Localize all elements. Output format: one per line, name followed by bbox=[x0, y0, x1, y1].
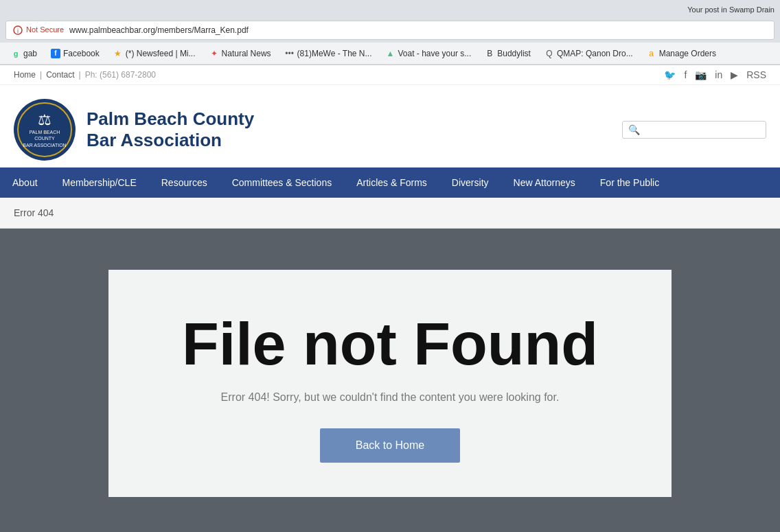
bookmark-newsfeed[interactable]: ★ (*) Newsfeed | Mi... bbox=[108, 47, 201, 60]
youtube-icon[interactable]: ▶ bbox=[731, 69, 738, 80]
back-to-home-button[interactable]: Back to Home bbox=[320, 428, 460, 463]
voat-icon: ▲ bbox=[386, 49, 395, 58]
bookmark-qmap[interactable]: Q QMAP: Qanon Dro... bbox=[539, 47, 639, 60]
facebook-icon: f bbox=[51, 49, 60, 58]
qmap-icon: Q bbox=[544, 49, 554, 58]
nav-committees[interactable]: Committees & Sections bbox=[220, 167, 345, 198]
org-name: Palm Beach County Bar Association bbox=[87, 108, 254, 151]
search-box[interactable]: 🔍 bbox=[622, 121, 766, 139]
error-description: Error 404! Sorry, but we couldn't find t… bbox=[136, 391, 644, 404]
bookmark-natural-news[interactable]: ✦ Natural News bbox=[204, 47, 277, 60]
scales-icon: ⚖ bbox=[38, 111, 51, 129]
home-link[interactable]: Home bbox=[14, 70, 36, 80]
facebook-social-icon[interactable]: f bbox=[684, 69, 687, 80]
bookmark-gab[interactable]: g gab bbox=[5, 47, 43, 60]
error-label: Error 404 bbox=[14, 207, 54, 218]
nav-about[interactable]: About bbox=[0, 167, 50, 198]
main-content: File not Found Error 404! Sorry, but we … bbox=[0, 229, 780, 532]
instagram-icon[interactable]: 📷 bbox=[695, 69, 707, 80]
bookmark-buddylist[interactable]: B Buddylist bbox=[479, 47, 536, 60]
search-input[interactable] bbox=[640, 125, 760, 135]
gab-icon: g bbox=[11, 49, 21, 58]
search-icon[interactable]: 🔍 bbox=[628, 124, 640, 135]
address-url[interactable]: www.palmbeachbar.org/members/Marra_Ken.p… bbox=[69, 25, 249, 35]
rss-icon[interactable]: RSS bbox=[746, 69, 766, 80]
nav-articles[interactable]: Articles & Forms bbox=[344, 167, 439, 198]
nav-public[interactable]: For the Public bbox=[588, 167, 672, 198]
contact-link[interactable]: Contact bbox=[46, 70, 74, 80]
twitter-icon[interactable]: 🐦 bbox=[664, 69, 676, 80]
swamp-drain-notification: Your post in Swamp Drain bbox=[687, 5, 775, 14]
security-indicator: i Not Secure bbox=[13, 25, 64, 35]
buddylist-icon: B bbox=[485, 49, 494, 58]
bookmark-voat[interactable]: ▲ Voat - have your s... bbox=[380, 47, 477, 60]
amazon-icon: a bbox=[647, 49, 656, 58]
top-bar: Home | Contact | Ph: (561) 687-2800 🐦 f … bbox=[0, 65, 780, 85]
nav-resources[interactable]: Resources bbox=[149, 167, 220, 198]
linkedin-icon[interactable]: in bbox=[715, 69, 722, 80]
phone-number: Ph: (561) 687-2800 bbox=[85, 70, 156, 80]
bookmark-facebook[interactable]: f Facebook bbox=[45, 47, 105, 60]
error-card: File not Found Error 404! Sorry, but we … bbox=[108, 270, 672, 497]
error-breadcrumb: Error 404 bbox=[0, 198, 780, 229]
mewe-icon: ••• bbox=[285, 49, 295, 58]
natural-news-icon: ✦ bbox=[209, 49, 219, 58]
org-logo[interactable]: ⚖ PALM BEACH COUNTY BAR ASSOCIATION bbox=[14, 99, 76, 161]
nav-diversity[interactable]: Diversity bbox=[439, 167, 501, 198]
main-nav: About Membership/CLE Resources Committee… bbox=[0, 167, 780, 198]
svg-text:i: i bbox=[17, 27, 19, 34]
bookmark-mewe[interactable]: ••• (81)MeWe - The N... bbox=[279, 47, 378, 60]
bookmarks-bar: g gab f Facebook ★ (*) Newsfeed | Mi... … bbox=[0, 43, 780, 65]
nav-membership[interactable]: Membership/CLE bbox=[50, 167, 149, 198]
site-header: ⚖ PALM BEACH COUNTY BAR ASSOCIATION Palm… bbox=[0, 85, 780, 167]
nav-new-attorneys[interactable]: New Attorneys bbox=[501, 167, 588, 198]
newsfeed-icon: ★ bbox=[113, 49, 123, 58]
bookmark-amazon[interactable]: a Manage Orders bbox=[641, 47, 722, 60]
error-heading: File not Found bbox=[136, 311, 644, 378]
